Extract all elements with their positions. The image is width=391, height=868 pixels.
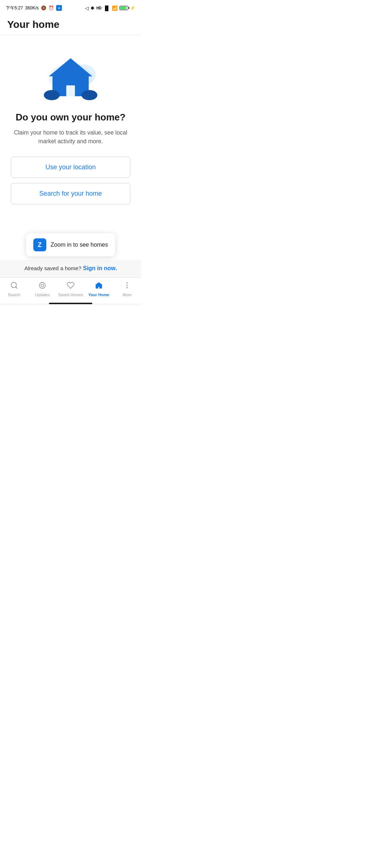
mute-icon: 🔕 [41, 5, 46, 10]
more-nav-icon [123, 281, 131, 292]
hd-icon: HD [96, 6, 101, 10]
nav-label-more: More [122, 293, 131, 297]
location-icon: ◁ [85, 5, 89, 11]
status-bar: 下午5:27 360K/s 🔕 ⏰ ✦ ◁ ✱ HD ▐▌ 📶 ⚡ [0, 0, 141, 16]
svg-point-13 [126, 287, 128, 289]
nav-item-your-home[interactable]: Your Home [85, 281, 113, 297]
status-network: 360K/s [25, 5, 38, 10]
nav-label-your-home: Your Home [88, 293, 109, 297]
bluetooth-icon: ✱ [91, 5, 94, 11]
signal-icon: ▐▌ [104, 5, 110, 11]
signin-pretext: Already saved a home? [24, 265, 81, 271]
nav-item-saved-homes[interactable]: Saved Homes [56, 281, 85, 297]
svg-point-9 [39, 282, 46, 289]
house-illustration [42, 55, 100, 102]
battery-indicator [119, 6, 128, 10]
buttons-container: Use your location Search for your home [11, 157, 130, 204]
page-header: Your home [0, 16, 141, 35]
svg-point-12 [126, 285, 128, 286]
updates-nav-icon [38, 281, 46, 292]
zoom-icon-wrapper: Z [33, 238, 46, 251]
nav-item-more[interactable]: More [113, 281, 141, 297]
nav-icon-status: ✦ [56, 5, 62, 11]
signin-link[interactable]: Sign in now. [83, 265, 117, 271]
status-right: ◁ ✱ HD ▐▌ 📶 ⚡ [85, 5, 135, 11]
svg-point-6 [81, 90, 97, 100]
saved-homes-nav-icon [67, 281, 75, 292]
alarm-icon: ⏰ [49, 5, 54, 10]
svg-rect-4 [66, 85, 75, 96]
home-indicator-bar [49, 303, 92, 304]
nav-label-updates: Updates [35, 293, 50, 297]
home-indicator [0, 303, 141, 305]
svg-point-5 [44, 90, 60, 100]
zoom-toast: Z Zoom in to see homes [26, 233, 115, 256]
page-title: Your home [7, 19, 134, 30]
zoom-toast-area: Z Zoom in to see homes [0, 224, 141, 260]
nav-item-search[interactable]: Search [0, 281, 28, 297]
bottom-nav: Search Updates Saved Homes Your Home [0, 277, 141, 303]
svg-point-10 [41, 284, 43, 286]
status-left: 下午5:27 360K/s 🔕 ⏰ ✦ [6, 5, 62, 11]
nav-item-updates[interactable]: Updates [28, 281, 56, 297]
use-location-button[interactable]: Use your location [11, 157, 130, 178]
zillow-z-icon: Z [38, 241, 42, 249]
svg-point-11 [126, 282, 128, 284]
main-heading: Do you own your home? [16, 112, 125, 123]
main-subtext: Claim your home to track its value, see … [11, 128, 130, 146]
your-home-nav-icon [95, 281, 103, 292]
search-home-button[interactable]: Search for your home [11, 183, 130, 204]
nav-label-search: Search [8, 293, 21, 297]
status-time: 下午5:27 [6, 5, 23, 11]
zoom-toast-text: Zoom in to see homes [51, 242, 108, 248]
main-content: Do you own your home? Claim your home to… [0, 35, 141, 224]
svg-line-8 [16, 287, 17, 288]
wifi-icon: 📶 [112, 5, 118, 11]
signin-bar: Already saved a home? Sign in now. [0, 260, 141, 277]
nav-label-saved-homes: Saved Homes [58, 293, 83, 297]
house-svg [42, 55, 100, 102]
search-nav-icon [10, 281, 18, 292]
charging-icon: ⚡ [130, 5, 135, 10]
